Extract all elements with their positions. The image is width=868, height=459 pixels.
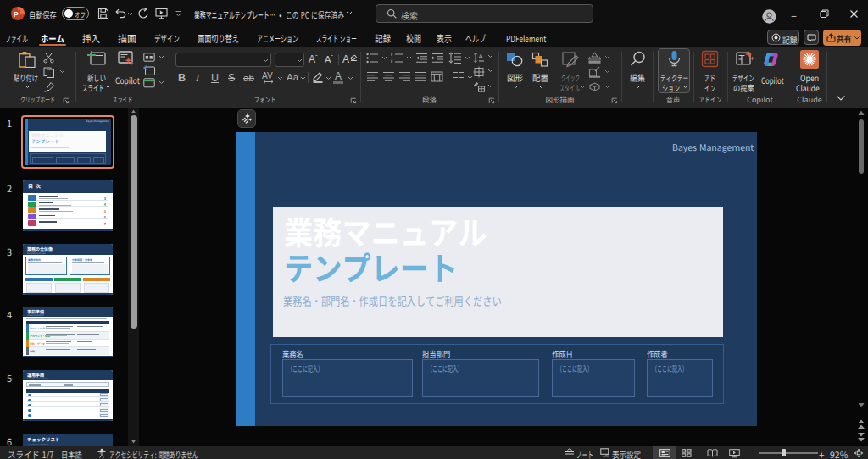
svg-text:A: A xyxy=(479,53,484,60)
svg-text:AV: AV xyxy=(262,71,273,80)
svg-text:P: P xyxy=(14,10,19,19)
